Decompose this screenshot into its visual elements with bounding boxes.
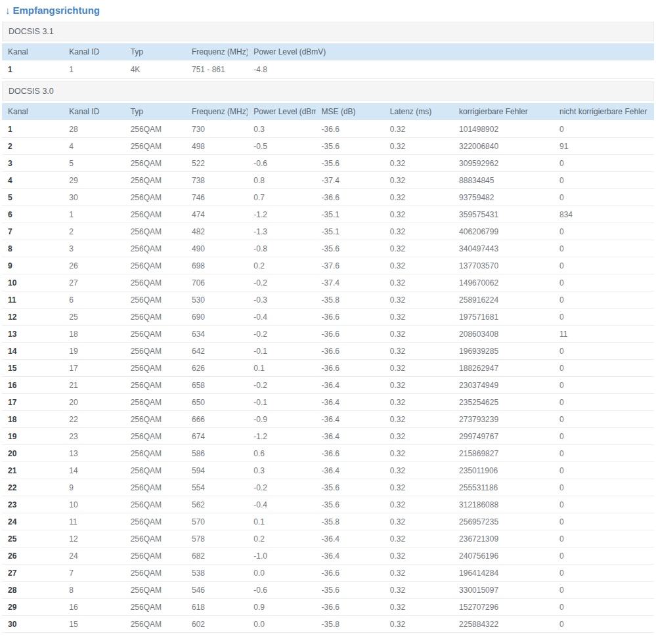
table-cell: 197571681	[453, 309, 554, 326]
table-cell: 0.32	[384, 206, 453, 223]
cell-kanal: 16	[2, 377, 63, 394]
table-cell: 594	[186, 462, 248, 479]
table-cell: 0.32	[384, 565, 453, 582]
table-cell: -4.8	[248, 61, 654, 78]
table-cell: -36.6	[316, 343, 384, 360]
column-header: Frequenz (MHz)	[186, 43, 248, 61]
table-row: 2624256QAM682-1.0-36.40.322407561960	[2, 547, 654, 565]
table-cell: 0.0	[248, 616, 315, 633]
table-cell: 256QAM	[125, 565, 186, 582]
table-cell: 28	[63, 121, 124, 138]
table-row: 72256QAM482-1.3-35.10.324062067990	[2, 223, 654, 240]
section-label: DOCSIS 3.1	[9, 27, 54, 36]
table-cell: 578	[186, 530, 248, 547]
table-cell: 256QAM	[125, 223, 186, 240]
table-cell: 14	[63, 462, 124, 479]
table-cell: 474	[186, 206, 248, 223]
table-cell: 0	[554, 394, 654, 411]
table-cell: -36.6	[316, 599, 384, 616]
cell-kanal: 7	[2, 223, 63, 240]
table-cell: 255531186	[453, 479, 554, 496]
table-row: 1720256QAM650-0.1-36.40.322352546250	[2, 394, 654, 411]
cell-kanal: 9	[2, 257, 63, 274]
table-cell: 0	[554, 565, 654, 582]
section-label: DOCSIS 3.0	[9, 87, 54, 96]
table-cell: 0.32	[384, 479, 453, 496]
docsis30-table-head: KanalKanal IDTypFrequenz (MHz)Power Leve…	[2, 103, 654, 121]
table-cell: 0	[554, 121, 654, 138]
table-cell: 666	[186, 411, 248, 428]
table-cell: 0	[554, 479, 654, 496]
table-cell: 3	[63, 240, 124, 257]
cell-kanal: 18	[2, 411, 63, 428]
table-cell: 0	[554, 530, 654, 547]
table-cell: -1.0	[248, 547, 315, 565]
table-cell: 0.0	[248, 565, 315, 582]
table-cell: 834	[554, 206, 654, 223]
table-cell: 256QAM	[125, 411, 186, 428]
table-cell: 0.2	[248, 530, 315, 547]
table-cell: -0.1	[248, 343, 315, 360]
table-cell: 0	[554, 274, 654, 291]
table-cell: 0.3	[248, 121, 315, 138]
table-cell: 0.32	[384, 462, 453, 479]
table-row: 2310256QAM562-0.4-35.60.323121860880	[2, 496, 654, 513]
table-cell: 256QAM	[125, 462, 186, 479]
table-cell: 256957235	[453, 513, 554, 530]
table-cell: 256QAM	[125, 377, 186, 394]
table-cell: 10	[63, 496, 124, 513]
table-cell: 152707296	[453, 599, 554, 616]
table-cell: 0.32	[384, 257, 453, 274]
table-cell: -0.2	[248, 274, 315, 291]
section-toggle-empfangsrichtung[interactable]: ↓Empfangsrichtung	[0, 0, 656, 17]
table-cell: -35.6	[316, 138, 384, 155]
table-cell: 273793239	[453, 411, 554, 428]
table-cell: 101498902	[453, 121, 554, 138]
cell-kanal: 1	[2, 121, 63, 138]
table-cell: 0.32	[384, 599, 453, 616]
table-row: 2916256QAM6180.9-36.60.321527072960	[2, 599, 654, 616]
table-cell: -0.4	[248, 496, 315, 513]
table-cell: 0.32	[384, 189, 453, 206]
column-header: Kanal	[2, 43, 63, 61]
table-cell: 554	[186, 479, 248, 496]
table-row: 35256QAM522-0.6-35.60.323095929620	[2, 155, 654, 172]
table-cell: 256QAM	[125, 206, 186, 223]
table-cell: 196414284	[453, 565, 554, 582]
cell-kanal: 11	[2, 291, 63, 309]
cell-kanal: 23	[2, 496, 63, 513]
table-cell: 0.9	[248, 599, 315, 616]
table-row: 288256QAM546-0.6-35.60.323300150970	[2, 582, 654, 599]
table-cell: 0	[554, 155, 654, 172]
table-cell: 16	[63, 599, 124, 616]
table-row: 83256QAM490-0.8-35.60.323404974430	[2, 240, 654, 257]
table-cell: 2	[63, 223, 124, 240]
table-cell: 602	[186, 616, 248, 633]
table-cell: 0.32	[384, 377, 453, 394]
table-cell: -35.1	[316, 223, 384, 240]
table-row: 229256QAM554-0.2-35.60.322555311860	[2, 479, 654, 496]
table-cell: 18	[63, 326, 124, 343]
column-header: MSE (dB)	[316, 103, 384, 121]
table-cell: -0.2	[248, 377, 315, 394]
table-cell: 8	[63, 582, 124, 599]
table-row: 1027256QAM706-0.2-37.40.321496700620	[2, 274, 654, 291]
header-row: KanalKanal IDTypFrequenz (MHz)Power Leve…	[2, 43, 654, 61]
table-cell: 0	[554, 172, 654, 189]
table-cell: -35.6	[316, 479, 384, 496]
table-cell: 0	[554, 189, 654, 206]
table-cell: 586	[186, 445, 248, 462]
table-cell: 0.32	[384, 343, 453, 360]
table-cell: 256QAM	[125, 343, 186, 360]
table-row: 61256QAM474-1.2-35.10.32359575431834	[2, 206, 654, 223]
table-cell: 0.32	[384, 616, 453, 633]
table-cell: -0.2	[248, 479, 315, 496]
table-cell: 0.3	[248, 462, 315, 479]
table-cell: 256QAM	[125, 479, 186, 496]
table-cell: 482	[186, 223, 248, 240]
table-cell: -35.8	[316, 291, 384, 309]
docsis31-table-body: 114K751 - 861-4.8	[2, 61, 654, 78]
table-cell: 93759482	[453, 189, 554, 206]
table-cell: 0	[554, 513, 654, 530]
table-cell: 91	[554, 138, 654, 155]
